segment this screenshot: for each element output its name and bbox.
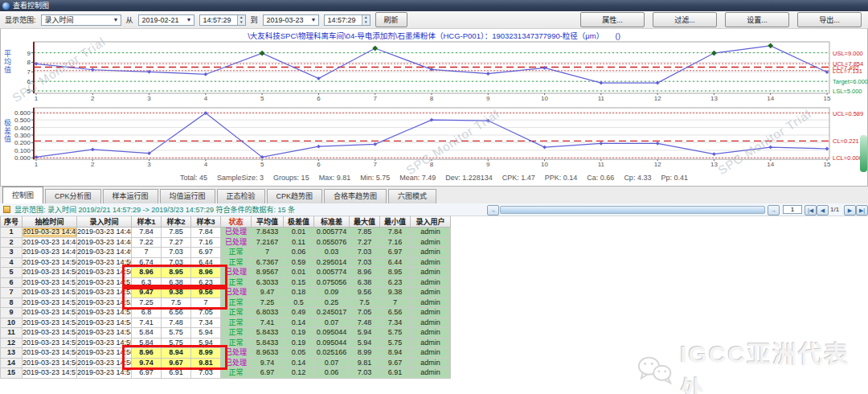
cell-seq[interactable]: 5 [1,268,23,278]
cell-sample-time[interactable]: 2019-03-23 14:50:11 [23,257,77,268]
tab-均值运行图[interactable]: 均值运行图 [160,189,215,203]
tab-合格率趋势图[interactable]: 合格率趋势图 [324,189,387,203]
col-header-seq[interactable]: 序号 [1,216,23,228]
tab-样本运行图[interactable]: 样本运行图 [103,189,158,203]
cell-sample2[interactable]: 6.38 [162,277,191,288]
cell-seq[interactable]: 13 [1,348,23,359]
cell-seq[interactable]: 2 [1,237,23,248]
cell-sample2[interactable]: 7.5 [162,298,191,308]
cell-user[interactable]: admin [411,298,451,308]
to-date-select[interactable]: 2019-03-23 ▼ [263,14,319,26]
cell-max[interactable]: 6.38 [350,277,380,288]
cell-stddev[interactable]: 0.005774 [314,268,350,278]
cell-sample-time[interactable]: 2019-03-23 14:52:01 [23,288,77,298]
cell-entry-time[interactable]: 2019-03-23 14:56:49 [77,358,132,368]
cell-stddev[interactable]: 0.295014 [314,257,350,268]
cell-stddev[interactable]: 0.075056 [314,277,350,288]
tab-六图模式[interactable]: 六图模式 [388,189,436,203]
cell-mean[interactable]: 9.47 [252,288,284,298]
cell-sample2[interactable]: 7.03 [162,248,191,258]
tab-CPK分析图[interactable]: CPK分析图 [45,189,101,203]
cell-user[interactable]: admin [411,308,451,318]
right-edge-scroll-thumb[interactable] [860,135,867,172]
cell-user[interactable]: admin [411,348,451,359]
cell-max[interactable]: 7.27 [350,237,380,248]
cell-sample3[interactable]: 7.03 [191,368,221,379]
cell-sample3[interactable]: 7.16 [191,237,221,248]
cell-mean[interactable]: 7 [252,248,284,258]
cell-range[interactable]: 0.19 [284,338,314,348]
settings-button[interactable]: 设置... [725,12,789,27]
cell-max[interactable]: 7.03 [350,368,380,379]
cell-sample-time[interactable]: 2019-03-23 14:49:42 [23,248,77,258]
cell-seq[interactable]: 10 [1,318,23,328]
cell-seq[interactable]: 6 [1,277,23,288]
cell-sample3[interactable]: 8.99 [191,348,221,359]
cell-sample1[interactable]: 6.8 [132,308,162,318]
cell-entry-time[interactable]: 2019-03-23 14:51:09 [77,277,132,288]
cell-status[interactable]: 正常 [221,368,252,379]
cell-entry-time[interactable]: 2019-03-23 14:49:42 [77,248,132,258]
cell-sample-time[interactable]: 2019-03-23 14:54:45 [23,328,77,339]
tab-控制图[interactable]: 控制图 [2,187,43,203]
cell-range[interactable]: 0.14 [284,318,314,328]
col-header-sample2[interactable]: 样本2 [162,216,191,228]
cell-sample2[interactable]: 5.75 [162,328,191,339]
cell-user[interactable]: admin [411,257,451,268]
cell-max[interactable]: 5.94 [350,328,380,339]
cell-min[interactable]: 6.56 [380,308,411,318]
cell-stddev[interactable]: 0.07 [314,358,350,368]
cell-seq[interactable]: 12 [1,338,23,348]
horizontal-scrollbar[interactable] [500,206,765,214]
cell-sample1[interactable]: 7 [132,248,162,258]
cell-entry-time[interactable]: 2019-03-23 14:57:29 [77,368,132,379]
table-row[interactable]: 132019-03-23 14:56:182019-03-23 14:56:18… [1,348,451,359]
table-row[interactable]: 122019-03-23 14:55:252019-03-23 14:55:25… [1,338,451,348]
cell-entry-time[interactable]: 2019-03-23 14:53:34 [77,308,132,318]
cell-seq[interactable]: 4 [1,257,23,268]
prev-page-button[interactable]: ◀ [817,205,829,215]
col-header-stddev[interactable]: 标准差 [314,216,350,228]
cell-entry-time[interactable]: 2019-03-23 14:55:25 [77,338,132,348]
filter-button[interactable]: 过滤... [653,12,717,27]
cell-sample2[interactable]: 6.56 [162,308,191,318]
col-header-max[interactable]: 最大值 [350,216,380,228]
cell-max[interactable]: 7.85 [350,228,380,238]
cell-sample2[interactable]: 8.94 [162,348,191,359]
cell-sample2[interactable]: 7.48 [162,318,191,328]
cell-sample3[interactable]: 5.94 [191,338,221,348]
cell-sample3[interactable]: 6.44 [191,257,221,268]
time-spinner-icon[interactable]: ▲▼ [237,15,244,25]
cell-max[interactable]: 5.94 [350,338,380,348]
cell-min[interactable]: 6.44 [380,257,411,268]
cell-sample3[interactable]: 6.23 [191,277,221,288]
cell-max[interactable]: 7.48 [350,318,380,328]
cell-entry-time[interactable]: 2019-03-23 14:54:45 [77,328,132,339]
cell-stddev[interactable]: 0.055076 [314,237,350,248]
cell-user[interactable]: admin [411,277,451,288]
cell-seq[interactable]: 11 [1,328,23,339]
cell-range[interactable]: 0.01 [284,268,314,278]
cell-user[interactable]: admin [411,268,451,278]
cell-sample1[interactable]: 5.84 [132,338,162,348]
cell-sample-time[interactable]: 2019-03-23 14:54:17 [23,318,77,328]
cell-status[interactable]: 正常 [221,257,252,268]
cell-min[interactable]: 8.95 [380,268,411,278]
table-row[interactable]: 102019-03-23 14:54:172019-03-23 14:54:17… [1,318,451,328]
cell-sample1[interactable]: 7.22 [132,237,162,248]
cell-entry-time[interactable]: 2019-03-23 14:48:35 [77,228,132,238]
cell-user[interactable]: admin [411,358,451,368]
cell-seq[interactable]: 1 [1,228,23,238]
cell-sample-time[interactable]: 2019-03-23 14:55:25 [23,338,77,348]
from-date-select[interactable]: 2019-02-21 ▼ [138,14,194,26]
cell-mean[interactable]: 5.8433 [252,338,284,348]
cell-min[interactable]: 7 [380,298,411,308]
table-row[interactable]: 72019-03-23 14:52:012019-03-23 14:52:019… [1,288,451,298]
to-time-input[interactable]: 14:57:29 ▲▼ [324,14,371,26]
cell-sample-time[interactable]: 2019-03-23 14:56:49 [23,358,77,368]
cell-mean[interactable]: 6.8033 [252,308,284,318]
cell-sample3[interactable]: 9.56 [191,288,221,298]
cell-stddev[interactable]: 0.095044 [314,338,350,348]
cell-stddev[interactable]: 0.025166 [314,348,350,359]
cell-range[interactable]: 0.14 [284,358,314,368]
